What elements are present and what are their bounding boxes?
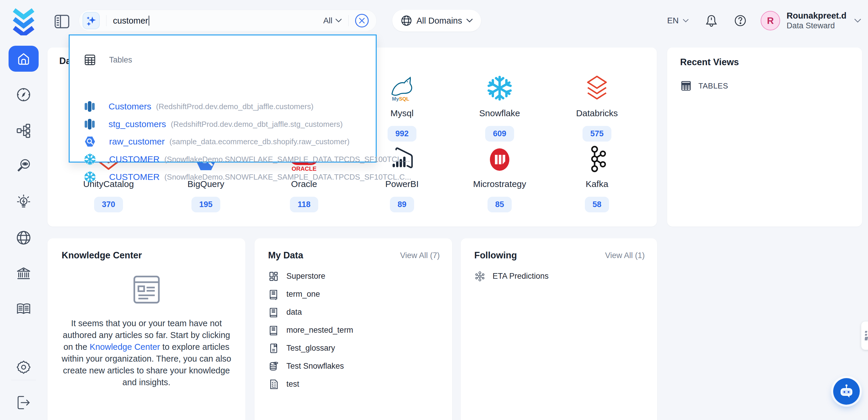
global-search-bar[interactable]: customer All	[79, 10, 377, 32]
result-path: (RedshiftProd.dev.demo_dbt_jaffle.stg_cu…	[171, 120, 343, 129]
knowledge-center-title: Knowledge Center	[62, 250, 142, 261]
datasource-count[interactable]: 85	[488, 197, 512, 212]
my-data-item[interactable]: Test_glossary	[254, 339, 452, 357]
sidebar-toggle-icon[interactable]	[54, 13, 70, 30]
search-input[interactable]: customer	[113, 16, 149, 26]
sidebar-item-explore[interactable]	[0, 87, 47, 102]
datasource-count[interactable]: 89	[390, 197, 414, 212]
result-path: (SnowflakeDemo.SNOWFLAKE_SAMPLE_DATA.TPC…	[164, 173, 411, 182]
chevron-down-icon	[466, 19, 473, 23]
datasource-name: Mysql	[391, 108, 413, 118]
sidebar-item-domains[interactable]	[0, 230, 47, 246]
datasource-count[interactable]: 58	[585, 197, 609, 212]
result-name: raw_customer	[109, 137, 164, 147]
left-sidebar	[0, 41, 47, 420]
following-title: Following	[474, 250, 517, 261]
result-name: CUSTOMER	[109, 172, 160, 182]
avatar[interactable]: R	[761, 11, 780, 30]
datasource-count[interactable]: 195	[191, 197, 220, 212]
article-icon	[132, 271, 161, 307]
magnifier-eye-icon	[16, 158, 32, 174]
snowflake-icon	[84, 171, 96, 183]
notifications-bell-icon[interactable]	[705, 14, 718, 27]
search-result-item[interactable]: CUSTOMER (SnowflakeDemo.SNOWFLAKE_SAMPLE…	[84, 153, 410, 166]
mysql-logo-icon: MySQL	[388, 74, 416, 102]
datasource-count[interactable]: 370	[94, 197, 123, 212]
search-scope-select[interactable]: All	[323, 16, 332, 25]
redshift-table-icon	[84, 100, 96, 113]
sidebar-item-logout[interactable]	[0, 395, 47, 411]
my-data-view-all-link[interactable]: View All (7)	[400, 251, 440, 260]
datasource-name: Snowflake	[479, 108, 520, 118]
bank-icon	[16, 266, 32, 282]
kafka-logo-icon	[586, 145, 608, 173]
sidebar-item-lineage[interactable]	[0, 123, 47, 138]
search-results-dropdown: Tables Customers (RedshiftProd.dev.demo_…	[69, 34, 377, 162]
divider	[348, 15, 349, 26]
my-data-item[interactable]: Superstore	[254, 267, 452, 285]
chatbot-button[interactable]	[833, 378, 860, 404]
datasource-name: Kafka	[586, 179, 609, 189]
datasource-count[interactable]: 609	[485, 126, 514, 142]
sidebar-item-glossary[interactable]	[0, 301, 47, 317]
my-data-card: My Data View All (7) Superstore term_one	[254, 238, 452, 420]
datasource-tile[interactable]: Microstrategy 85	[451, 145, 548, 212]
following-view-all-link[interactable]: View All (1)	[605, 251, 645, 260]
ai-sparkle-icon[interactable]	[83, 12, 100, 29]
search-result-item[interactable]: Customers (RedshiftProd.dev.demo_dbt_jaf…	[84, 100, 313, 113]
open-book-icon	[16, 301, 32, 317]
table-icon	[680, 80, 692, 92]
feedback-edge-tab[interactable]	[861, 322, 868, 350]
glossary-icon	[268, 343, 279, 354]
edge-tab-icon	[865, 330, 868, 341]
snowflake-logo-icon	[486, 74, 513, 102]
snowflake-icon	[84, 153, 96, 166]
sidebar-item-insights[interactable]	[0, 194, 47, 210]
domain-filter-label: All Domains	[416, 16, 462, 26]
chevron-down-icon[interactable]	[335, 19, 342, 23]
result-name: CUSTOMER	[109, 154, 160, 164]
datasource-tile[interactable]: Kafka 58	[548, 145, 646, 212]
sidebar-item-governance[interactable]	[0, 266, 47, 282]
my-data-item[interactable]: data	[254, 303, 452, 321]
term-book-icon	[268, 307, 279, 318]
document-icon	[268, 379, 279, 390]
tables-icon	[84, 54, 96, 66]
datasource-count[interactable]: 575	[583, 126, 611, 142]
my-data-label: Test Snowflakes	[286, 362, 344, 371]
user-info: Rounakpreet.d Data Steward	[786, 10, 846, 31]
sidebar-divider	[11, 380, 36, 380]
user-menu-chevron-icon[interactable]	[854, 19, 861, 23]
search-result-item[interactable]: CUSTOMER (SnowflakeDemo.SNOWFLAKE_SAMPLE…	[84, 171, 411, 183]
datasource-tile[interactable]: Databricks 575	[548, 74, 646, 142]
following-item[interactable]: ETA Predictions	[461, 267, 657, 285]
recent-views-card: Recent Views TABLES	[667, 48, 862, 227]
my-data-item[interactable]: test	[254, 375, 452, 393]
language-selector[interactable]: EN	[667, 16, 689, 25]
text-caret	[149, 16, 149, 26]
help-icon[interactable]	[734, 14, 746, 27]
sidebar-item-home[interactable]	[0, 46, 47, 72]
datasource-name: Databricks	[576, 108, 618, 118]
divider	[106, 15, 106, 26]
my-data-item[interactable]: more_nested_term	[254, 321, 452, 339]
chevron-down-icon	[683, 19, 689, 23]
knowledge-center-link[interactable]: Knowledge Center	[90, 342, 160, 352]
datasource-tile[interactable]: Snowflake 609	[451, 74, 548, 142]
app-logo-icon[interactable]	[11, 6, 37, 35]
search-result-item[interactable]: stg_customers (RedshiftProd.dev.demo_dbt…	[84, 118, 343, 131]
my-data-item[interactable]: Test Snowflakes	[254, 357, 452, 375]
home-icon[interactable]	[8, 46, 39, 72]
search-result-item[interactable]: raw_customer (sample_data.ecommerce_db.s…	[84, 136, 349, 148]
knowledge-center-text: It seems that you or your team have not …	[58, 318, 235, 388]
clear-search-icon[interactable]	[355, 14, 369, 27]
sidebar-item-settings[interactable]	[0, 359, 47, 375]
datasource-count[interactable]: 992	[388, 126, 416, 142]
my-data-item[interactable]: term_one	[254, 285, 452, 303]
recent-view-item[interactable]: TABLES	[680, 80, 862, 92]
domain-filter-dropdown[interactable]: All Domains	[392, 10, 481, 32]
result-name: stg_customers	[108, 119, 166, 129]
bigquery-icon	[84, 136, 96, 148]
datasource-count[interactable]: 118	[290, 197, 318, 212]
sidebar-item-data-discovery[interactable]	[0, 158, 47, 174]
